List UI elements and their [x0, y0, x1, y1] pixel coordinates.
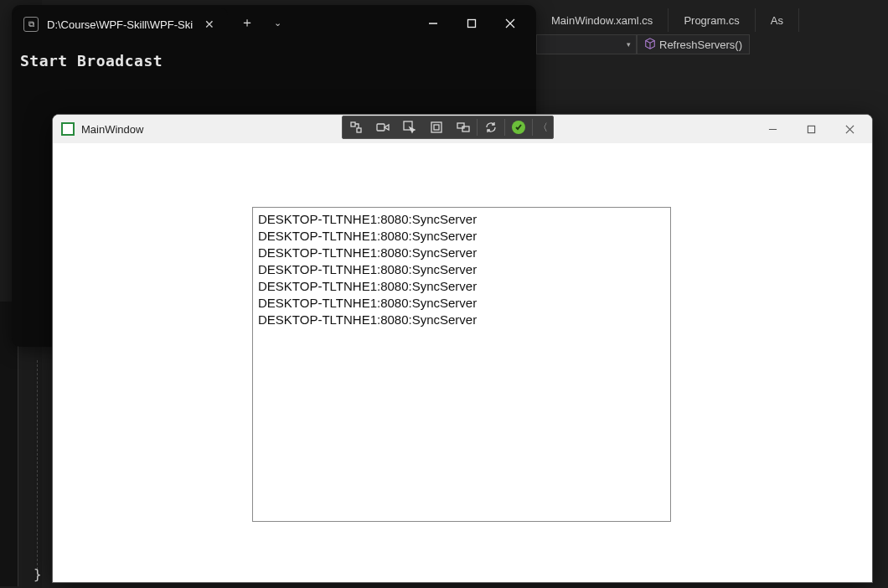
select-element-button[interactable] — [396, 116, 423, 138]
svg-rect-8 — [351, 122, 355, 126]
svg-rect-13 — [434, 125, 439, 130]
server-listbox[interactable]: DESKTOP-TLTNHE1:8080:SyncServerDESKTOP-T… — [252, 207, 671, 522]
app-title: MainWindow — [81, 123, 143, 136]
collapse-toolbar-button[interactable]: 〈 — [533, 121, 553, 135]
app-icon — [61, 122, 75, 136]
list-item[interactable]: DESKTOP-TLTNHE1:8080:SyncServer — [258, 211, 665, 228]
list-item[interactable]: DESKTOP-TLTNHE1:8080:SyncServer — [258, 245, 665, 261]
app-maximize-button[interactable] — [792, 115, 830, 143]
list-item[interactable]: DESKTOP-TLTNHE1:8080:SyncServer — [258, 295, 665, 312]
terminal-icon: ⧉ — [23, 17, 39, 32]
code-brace: } — [34, 566, 42, 582]
status-ok-button[interactable] — [505, 116, 532, 138]
svg-rect-14 — [457, 123, 464, 128]
list-item[interactable]: DESKTOP-TLTNHE1:8080:SyncServer — [258, 261, 665, 278]
fold-guideline — [37, 360, 38, 570]
console-minimize-button[interactable] — [414, 10, 452, 37]
list-item[interactable]: DESKTOP-TLTNHE1:8080:SyncServer — [258, 278, 665, 295]
console-titlebar[interactable]: ⧉ D:\Course\WPF-Skill\WPF-Ski ✕ ＋ ⌄ — [12, 5, 536, 40]
vs-method-label: RefreshServers() — [659, 39, 742, 51]
svg-rect-10 — [377, 124, 385, 131]
app-client-area: DESKTOP-TLTNHE1:8080:SyncServerDESKTOP-T… — [53, 143, 872, 582]
track-focus-button[interactable] — [450, 116, 477, 138]
svg-rect-5 — [808, 126, 814, 132]
app-window-controls — [753, 115, 869, 143]
console-tab-actions: ＋ ⌄ — [235, 10, 290, 35]
svg-rect-15 — [462, 126, 469, 132]
console-tab-title: D:\Course\WPF-Skill\WPF-Ski — [47, 18, 193, 31]
svg-rect-9 — [357, 128, 361, 132]
vs-tab-mainwindow[interactable]: MainWindow.xaml.cs — [536, 8, 669, 32]
vs-scope-dropdown[interactable]: ▾ — [536, 34, 637, 54]
vs-tab-row: MainWindow.xaml.cs Program.cs As — [536, 8, 799, 32]
method-icon — [644, 38, 656, 52]
check-icon — [512, 121, 525, 134]
app-close-button[interactable] — [830, 115, 869, 143]
console-tab-close[interactable]: ✕ — [201, 16, 218, 33]
vs-method-dropdown[interactable]: RefreshServers() — [637, 34, 750, 54]
console-window-controls — [414, 10, 529, 37]
vs-tab-program[interactable]: Program.cs — [669, 8, 755, 32]
console-tab[interactable]: ⧉ D:\Course\WPF-Skill\WPF-Ski ✕ — [13, 8, 228, 40]
app-minimize-button[interactable] — [753, 115, 792, 143]
recorder-button[interactable] — [369, 116, 396, 138]
list-item[interactable]: DESKTOP-TLTNHE1:8080:SyncServer — [258, 228, 665, 245]
new-tab-button[interactable]: ＋ — [235, 10, 260, 35]
tab-menu-button[interactable]: ⌄ — [265, 10, 290, 35]
svg-rect-12 — [431, 122, 441, 132]
live-visual-tree-button[interactable] — [343, 116, 369, 138]
display-layout-button[interactable] — [423, 116, 450, 138]
svg-rect-1 — [468, 20, 476, 28]
app-window: MainWindow DESKTOP-TLTNHE1:8080:SyncServ… — [52, 114, 873, 583]
vs-debug-toolbar[interactable]: 〈 — [342, 116, 554, 139]
console-maximize-button[interactable] — [452, 10, 491, 37]
console-close-button[interactable] — [491, 10, 529, 37]
hot-reload-button[interactable] — [478, 116, 504, 138]
vs-navigation-bar: ▾ RefreshServers() — [536, 34, 750, 55]
console-output[interactable]: Start Broadcast — [12, 40, 536, 81]
list-item[interactable]: DESKTOP-TLTNHE1:8080:SyncServer — [258, 312, 665, 328]
vs-tab-assembly[interactable]: As — [756, 8, 799, 32]
